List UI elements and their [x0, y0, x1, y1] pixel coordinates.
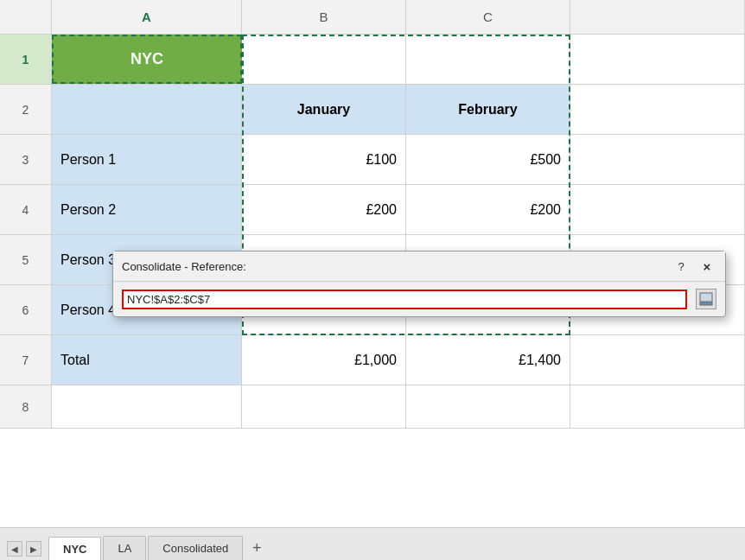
column-headers: A B C	[0, 0, 745, 35]
cell-b2[interactable]: January	[242, 85, 406, 134]
cell-d1[interactable]	[570, 35, 745, 84]
add-tab-button[interactable]: +	[245, 536, 269, 560]
table-row: 1 NYC	[0, 35, 745, 85]
collapse-dialog-button[interactable]	[696, 289, 716, 309]
reference-input[interactable]	[127, 293, 682, 306]
cell-d3[interactable]	[570, 135, 745, 184]
cell-b3[interactable]: £100	[242, 135, 406, 184]
cell-c1[interactable]	[406, 35, 570, 84]
row-num-6: 6	[0, 285, 52, 334]
consolidate-reference-dialog[interactable]: Consolidate - Reference: ? ×	[112, 251, 726, 317]
dialog-title-buttons: ? ×	[672, 257, 716, 276]
svg-rect-0	[700, 293, 712, 302]
row-num-4: 4	[0, 185, 52, 234]
cell-a2[interactable]	[52, 85, 242, 134]
cell-c4[interactable]: £200	[406, 185, 570, 234]
col-header-d	[570, 0, 745, 34]
svg-rect-1	[700, 302, 712, 305]
cell-b8[interactable]	[242, 385, 406, 428]
row-num-1: 1	[0, 35, 52, 84]
cell-b4[interactable]: £200	[242, 185, 406, 234]
tab-nyc[interactable]: NYC	[48, 537, 101, 560]
row-num-8: 8	[0, 385, 52, 428]
cell-b1[interactable]	[242, 35, 406, 84]
corner-cell	[0, 0, 52, 34]
cell-c2[interactable]: February	[406, 85, 570, 134]
cell-c8[interactable]	[406, 385, 570, 428]
table-row: 4 Person 2 £200 £200	[0, 185, 745, 235]
col-header-c: C	[406, 0, 570, 34]
dialog-close-button[interactable]: ×	[697, 257, 716, 276]
cell-d8[interactable]	[570, 385, 745, 428]
tab-la[interactable]: LA	[103, 536, 146, 560]
cell-a1[interactable]: NYC	[52, 35, 242, 84]
dialog-title: Consolidate - Reference:	[122, 260, 246, 273]
cell-a7[interactable]: Total	[52, 335, 242, 385]
tab-nav-left-button[interactable]: ◀	[7, 541, 22, 557]
collapse-icon	[699, 292, 713, 306]
col-header-a: A	[52, 0, 242, 34]
tab-consolidated[interactable]: Consolidated	[148, 536, 243, 560]
row-num-7: 7	[0, 335, 52, 385]
table-row: 2 January February	[0, 85, 745, 135]
dialog-help-button[interactable]: ?	[672, 257, 691, 276]
table-row: 8	[0, 385, 745, 429]
row-num-2: 2	[0, 85, 52, 134]
row-num-5: 5	[0, 235, 52, 284]
cell-c3[interactable]: £500	[406, 135, 570, 184]
tab-bar: ◀ ▶ NYC LA Consolidated +	[0, 527, 745, 560]
cell-d4[interactable]	[570, 185, 745, 234]
reference-input-wrap	[122, 290, 687, 309]
cell-a3[interactable]: Person 1	[52, 135, 242, 184]
cell-a4[interactable]: Person 2	[52, 185, 242, 234]
tab-nav-right-button[interactable]: ▶	[26, 541, 41, 557]
col-header-b: B	[242, 0, 406, 34]
table-row: 7 Total £1,000 £1,400	[0, 335, 745, 385]
cell-d2[interactable]	[570, 85, 745, 134]
dialog-body	[113, 282, 725, 316]
row-num-3: 3	[0, 135, 52, 184]
table-row: 3 Person 1 £100 £500	[0, 135, 745, 185]
tab-nav: ◀ ▶	[7, 541, 41, 557]
cell-c7[interactable]: £1,400	[406, 335, 570, 385]
dialog-title-bar: Consolidate - Reference: ? ×	[113, 251, 725, 282]
cell-b7[interactable]: £1,000	[242, 335, 406, 385]
cell-a8[interactable]	[52, 385, 242, 428]
cell-d7[interactable]	[570, 335, 745, 385]
spreadsheet: A B C 1 NYC 2 January February 3 Person …	[0, 0, 745, 527]
rows-container: 1 NYC 2 January February 3 Person 1 £100…	[0, 35, 745, 429]
